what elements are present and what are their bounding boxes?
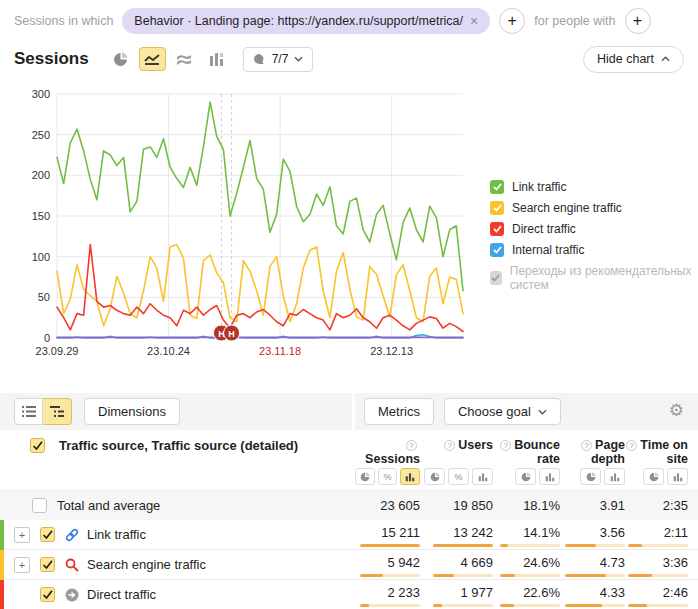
row-color-strip	[0, 580, 4, 609]
table-toolbar: Dimensions Metrics Choose goal ⚙	[0, 393, 698, 430]
tree-view-button[interactable]	[43, 398, 72, 425]
row-label[interactable]: Link traffic	[87, 527, 146, 542]
flat-list-view-button[interactable]	[14, 398, 43, 425]
chart-header: Sessions 7/7	[14, 44, 684, 74]
checkbox-checked-icon[interactable]	[490, 201, 504, 215]
total-row: Total and average 23 605 19 850 18.1% 3.…	[0, 491, 698, 520]
direct-arrow-icon	[64, 587, 79, 602]
sessions-chart[interactable]: 05010015020025030023.09.2923.10.2423.11.…	[14, 86, 474, 372]
legend-item-recommendation-systems[interactable]: Переходы из рекомендательных систем	[490, 264, 698, 292]
help-icon[interactable]: ?	[581, 440, 592, 451]
row-label[interactable]: Direct traffic	[87, 587, 156, 602]
pie-chart-icon[interactable]	[643, 468, 664, 485]
dimensions-label: Dimensions	[98, 404, 166, 419]
pie-chart-icon[interactable]	[424, 468, 445, 485]
svg-text:200: 200	[32, 169, 50, 181]
checkbox-checked-icon[interactable]	[40, 527, 55, 542]
checkbox-checked-icon[interactable]	[30, 438, 45, 453]
percent-icon[interactable]: %	[448, 468, 469, 485]
pie-chart-icon[interactable]	[515, 468, 536, 485]
annotations-dropdown[interactable]: 7/7	[243, 47, 314, 72]
legend-label: Link traffic	[512, 180, 566, 194]
dimension-header: Traffic source, Traffic source (detailed…	[59, 438, 298, 453]
checkbox-checked-icon[interactable]	[490, 243, 504, 257]
legend-item-direct-traffic[interactable]: Direct traffic	[490, 222, 698, 236]
segment-chip-label: Behavior · Landing page: https://yandex.…	[134, 14, 463, 28]
expand-row-button[interactable]: +	[14, 557, 30, 573]
pie-chart-type-button[interactable]	[107, 47, 134, 71]
legend-label: Direct traffic	[512, 222, 576, 236]
svg-text:150: 150	[32, 210, 50, 222]
segment-chip[interactable]: Behavior · Landing page: https://yandex.…	[122, 8, 490, 34]
dimensions-button[interactable]: Dimensions	[84, 398, 180, 425]
value-bar	[500, 544, 560, 547]
row-color-strip	[0, 550, 4, 580]
checkbox-unchecked-icon[interactable]	[32, 498, 47, 513]
table-row: + Search engine traffic 5 942 4 669 24.6…	[0, 550, 698, 580]
line-chart[interactable]: 05010015020025030023.09.2923.10.2423.11.…	[14, 86, 474, 368]
bar-chart-icon[interactable]	[604, 468, 625, 485]
chevron-down-icon	[294, 56, 303, 62]
for-people-with-label: for people with	[534, 14, 615, 28]
plus-icon: +	[508, 13, 517, 29]
legend-item-search-traffic[interactable]: Search engine traffic	[490, 201, 698, 215]
legend-item-internal-traffic[interactable]: Internal traffic	[490, 243, 698, 257]
stacked-chart-icon	[176, 53, 192, 66]
bar-chart-icon[interactable]	[539, 468, 560, 485]
value-bar	[360, 604, 420, 607]
value-bar	[500, 604, 560, 607]
checkbox-checked-icon[interactable]	[40, 557, 55, 572]
choose-goal-button[interactable]: Choose goal	[444, 398, 561, 425]
row-color-strip	[0, 520, 4, 550]
checkbox-checked-icon[interactable]	[490, 222, 504, 236]
search-icon	[64, 557, 79, 572]
chevron-up-icon	[661, 56, 670, 62]
column-chart-type-button[interactable]	[203, 47, 230, 71]
checkbox-checked-icon[interactable]	[40, 587, 55, 602]
legend-item-link-traffic[interactable]: Link traffic	[490, 180, 698, 194]
value-bar	[360, 574, 420, 577]
total-sessions: 23 605	[355, 498, 420, 513]
svg-text:100: 100	[32, 251, 50, 263]
percent-icon[interactable]: %	[378, 468, 398, 485]
svg-text:0: 0	[44, 332, 50, 344]
checkbox-checked-icon[interactable]	[490, 180, 504, 194]
choose-goal-label: Choose goal	[458, 404, 531, 419]
line-chart-type-button[interactable]	[139, 47, 166, 71]
help-icon[interactable]: ?	[626, 440, 637, 451]
pie-chart-icon[interactable]	[355, 468, 375, 485]
report-table: Dimensions Metrics Choose goal ⚙ Traffic…	[0, 393, 698, 609]
metrics-button[interactable]: Metrics	[364, 398, 434, 425]
bar-chart-icon[interactable]	[400, 468, 420, 485]
bar-chart-icon[interactable]	[667, 468, 688, 485]
stacked-chart-type-button[interactable]	[171, 47, 198, 71]
value-bar	[565, 574, 625, 577]
svg-text:23.10.24: 23.10.24	[147, 345, 190, 357]
pie-chart-icon[interactable]	[580, 468, 601, 485]
value-bar	[565, 544, 625, 547]
add-segment-button[interactable]: +	[499, 8, 525, 34]
gear-icon[interactable]: ⚙	[669, 402, 684, 419]
add-people-filter-button[interactable]: +	[625, 8, 651, 34]
view-mode-switcher	[14, 398, 72, 425]
table-row: + Link traffic 15 211 13 242 14.1% 3.56 …	[0, 520, 698, 550]
expand-row-button[interactable]: +	[14, 527, 30, 543]
line-chart-icon	[144, 53, 160, 65]
table-row: Direct traffic 2 233 1 977 22.6% 4.33 2:…	[0, 580, 698, 609]
column-display-toggles: % %	[0, 463, 698, 491]
value-bar	[628, 574, 688, 577]
hide-chart-button[interactable]: Hide chart	[583, 46, 684, 73]
page-title: Sessions	[14, 49, 89, 69]
plus-icon: +	[633, 13, 642, 29]
close-icon[interactable]: ×	[470, 16, 478, 26]
bar-chart-icon[interactable]	[472, 468, 493, 485]
help-icon[interactable]: ?	[444, 440, 455, 451]
row-label[interactable]: Search engine traffic	[87, 557, 206, 572]
segmentation-bar: Sessions in which Behavior · Landing pag…	[14, 6, 688, 36]
help-icon[interactable]: ?	[500, 440, 511, 451]
svg-text:23.12.13: 23.12.13	[370, 345, 413, 357]
value-bar	[628, 604, 688, 607]
chart-legend: Link traffic Search engine traffic Direc…	[490, 180, 698, 292]
help-icon[interactable]: ?	[406, 440, 417, 451]
value-bar	[500, 574, 560, 577]
